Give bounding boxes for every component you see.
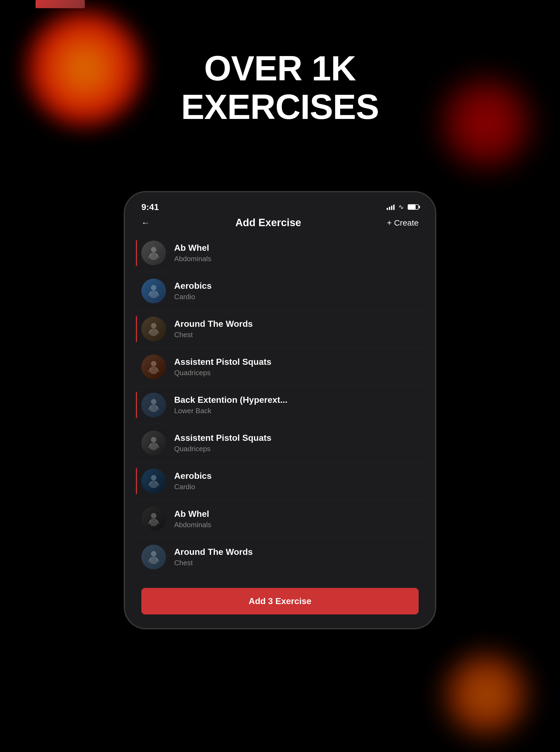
- exercise-category: Abdominals: [174, 255, 419, 263]
- exercise-name: Ab Whel: [174, 243, 419, 253]
- exercise-category: Chest: [174, 559, 419, 567]
- exercise-name: Around The Words: [174, 319, 419, 329]
- status-time: 9:41: [141, 202, 159, 212]
- svg-point-24: [151, 475, 156, 480]
- exercise-info: Aerobics Cardio: [174, 281, 419, 301]
- exercise-item[interactable]: Ab Whel Abdominals: [136, 500, 424, 538]
- status-icons: ∿: [387, 203, 419, 211]
- exercise-info: Ab Whel Abdominals: [174, 243, 419, 263]
- exercise-category: Quadriceps: [174, 444, 419, 453]
- wifi-icon: ∿: [398, 203, 404, 211]
- exercise-avatar: [141, 317, 166, 341]
- exercise-info: Assistent Pistol Squats Quadriceps: [174, 433, 419, 453]
- top-thumbnail: [36, 0, 85, 8]
- nav-header: ← Add Exercise + Create: [125, 214, 435, 234]
- svg-point-21: [149, 442, 158, 450]
- exercise-info: Aerobics Cardio: [174, 471, 419, 491]
- svg-point-29: [149, 518, 158, 526]
- exercise-item[interactable]: Around The Words Chest: [136, 538, 424, 576]
- add-exercise-button[interactable]: Add 3 Exercise: [141, 588, 419, 614]
- svg-point-5: [149, 291, 158, 298]
- exercise-item[interactable]: Ab Whel Abdominals: [136, 234, 424, 272]
- svg-point-33: [149, 556, 158, 564]
- exercise-item[interactable]: Assistent Pistol Squats Quadriceps: [136, 348, 424, 386]
- background-glow-orange: [27, 11, 142, 126]
- exercise-info: Back Extention (Hyperext... Lower Back: [174, 395, 419, 415]
- exercise-name: Ab Whel: [174, 509, 419, 519]
- exercise-avatar: [141, 545, 166, 569]
- exercise-info: Ab Whel Abdominals: [174, 509, 419, 529]
- battery-icon: [408, 204, 419, 210]
- exercise-item[interactable]: Back Extention (Hyperext... Lower Back: [136, 386, 424, 424]
- exercise-avatar: [141, 507, 166, 531]
- exercise-info: Around The Words Chest: [174, 319, 419, 339]
- exercise-item[interactable]: Aerobics Cardio: [136, 272, 424, 310]
- svg-point-0: [151, 247, 156, 252]
- svg-point-12: [151, 361, 156, 367]
- status-bar: 9:41 ∿: [125, 192, 435, 214]
- exercise-avatar: [141, 241, 166, 265]
- exercise-name: Assistent Pistol Squats: [174, 357, 419, 367]
- svg-point-17: [149, 404, 158, 412]
- exercise-category: Quadriceps: [174, 369, 419, 377]
- page-title: Add Exercise: [236, 217, 301, 229]
- exercise-category: Abdominals: [174, 521, 419, 529]
- create-button[interactable]: + Create: [387, 218, 419, 227]
- device-screen: 9:41 ∿ ← Add Exercise + Create: [125, 192, 435, 628]
- svg-point-16: [151, 399, 156, 404]
- background-glow-red: [440, 77, 533, 170]
- exercise-item[interactable]: Around The Words Chest: [136, 310, 424, 348]
- exercise-avatar: [141, 355, 166, 379]
- device-frame: 9:41 ∿ ← Add Exercise + Create: [124, 192, 436, 629]
- back-button[interactable]: ←: [141, 218, 149, 227]
- svg-point-1: [149, 252, 158, 260]
- svg-point-28: [151, 513, 156, 518]
- exercise-category: Lower Back: [174, 407, 419, 415]
- svg-point-13: [149, 367, 158, 374]
- hero-heading: OVER 1K EXERCISES: [181, 49, 379, 126]
- exercise-name: Back Extention (Hyperext...: [174, 395, 419, 405]
- exercise-avatar: [141, 279, 166, 303]
- exercise-avatar: [141, 469, 166, 493]
- signal-icon: [387, 204, 395, 210]
- exercise-name: Aerobics: [174, 471, 419, 481]
- svg-point-25: [149, 480, 158, 488]
- exercise-item[interactable]: Aerobics Cardio: [136, 462, 424, 500]
- exercise-category: Cardio: [174, 483, 419, 491]
- svg-point-4: [151, 285, 156, 291]
- exercise-category: Cardio: [174, 293, 419, 301]
- svg-point-8: [151, 323, 156, 329]
- svg-point-20: [151, 437, 156, 442]
- exercise-item[interactable]: Assistent Pistol Squats Quadriceps: [136, 424, 424, 462]
- exercise-avatar: [141, 431, 166, 455]
- exercise-name: Assistent Pistol Squats: [174, 433, 419, 443]
- svg-point-32: [151, 551, 156, 556]
- hero-line2: EXERCISES: [181, 88, 379, 126]
- exercise-info: Around The Words Chest: [174, 547, 419, 567]
- hero-line1: OVER 1K: [181, 49, 379, 88]
- exercise-category: Chest: [174, 331, 419, 339]
- exercises-list: Ab Whel Abdominals Aerobics Cardio: [125, 234, 435, 580]
- exercise-info: Assistent Pistol Squats Quadriceps: [174, 357, 419, 377]
- exercise-name: Aerobics: [174, 281, 419, 291]
- exercise-avatar: [141, 393, 166, 417]
- svg-point-9: [149, 329, 158, 336]
- background-glow-bottom: [445, 654, 527, 736]
- exercise-name: Around The Words: [174, 547, 419, 557]
